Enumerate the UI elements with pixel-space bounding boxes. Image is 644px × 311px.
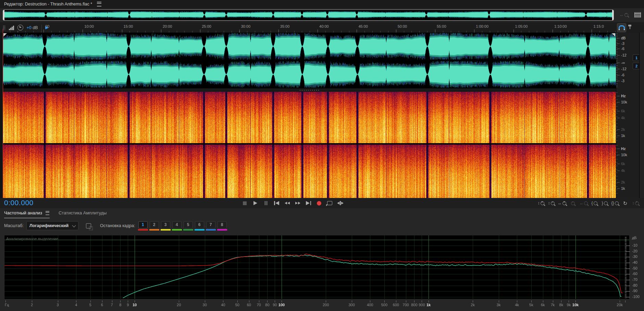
status-bar: 0:00.000 ↕ ↕ ↔ ↔ { } {} ↻ ↕ xyxy=(0,198,644,208)
ruler-time-label: 40:00 xyxy=(319,24,329,28)
zoom-out-full-icon[interactable]: ↔ xyxy=(619,11,629,18)
snap-toggle-button[interactable] xyxy=(617,23,626,32)
panel-menu-icon[interactable] xyxy=(46,211,49,215)
waveform-canvas[interactable] xyxy=(3,33,616,88)
overview-waveform-canvas[interactable] xyxy=(4,11,614,19)
fade-out-handle[interactable] xyxy=(612,33,615,37)
hz-scale-label: 6k xyxy=(621,162,625,166)
chevron-down-icon xyxy=(72,223,76,227)
skip-selection-button[interactable] xyxy=(335,199,345,207)
skip-to-start-button[interactable] xyxy=(272,199,282,207)
skip-to-end-button[interactable] xyxy=(304,199,313,207)
zoom-amplitude-button[interactable]: ↕ xyxy=(631,199,640,207)
ruler-time-label: 30:00 xyxy=(241,24,251,28)
record-button[interactable] xyxy=(314,199,324,207)
marker-tool-icon[interactable] xyxy=(628,25,631,29)
graph-db-unit: дБ xyxy=(632,236,637,240)
divider-grip-icon xyxy=(299,90,320,91)
zoom-to-in-point-button[interactable]: { xyxy=(590,199,599,207)
ruler-time-label: 55:00 xyxy=(437,24,446,28)
axis-tick xyxy=(128,300,128,302)
overview-navigator[interactable] xyxy=(3,10,614,21)
graph-db-tick-label: -80 xyxy=(632,283,637,287)
zoom-to-selection-button[interactable]: {} xyxy=(610,199,619,207)
play-button[interactable] xyxy=(250,199,260,207)
hold-button-6[interactable]: 6 xyxy=(195,221,204,228)
axis-frequency-label: 1k xyxy=(426,303,431,307)
axis-frequency-label: 500 xyxy=(381,303,387,307)
skip-start-icon xyxy=(275,201,279,205)
ruler-labels[interactable]: 0010:0015:0020:0025:0030:0035:0040:0045:… xyxy=(0,23,617,33)
db-scale-label: -6 xyxy=(621,73,624,77)
ruler-tick xyxy=(396,29,396,33)
timeline-ruler-row[interactable]: +0 dB 0010:0015:0020:0025:0030:0035:0040… xyxy=(0,23,644,33)
loop-playback-button[interactable] xyxy=(325,199,335,207)
spectrogram-canvas-channel2[interactable] xyxy=(3,145,616,198)
ruler-time-label: 15:00 xyxy=(124,24,133,28)
hold-button-3[interactable]: 3 xyxy=(161,221,170,228)
copy-graph-icon[interactable] xyxy=(86,223,91,228)
hz-scale-label: Hz xyxy=(621,94,626,98)
axis-tick xyxy=(120,300,121,302)
zoom-in-horizontal-button[interactable]: ↔ xyxy=(557,199,567,207)
hold-button-1[interactable]: 1 xyxy=(138,221,148,228)
ruler-time-label: 00 xyxy=(45,24,49,28)
audition-app: Редактор: Destruction - Thrash Anthems.f… xyxy=(0,0,644,311)
fast-forward-icon xyxy=(298,202,300,204)
playhead-line[interactable] xyxy=(3,33,3,198)
ruler-tick xyxy=(357,29,357,33)
graph-annotation: Анализированое выделение xyxy=(6,237,58,241)
overview-tools: ↔ xyxy=(619,11,641,18)
reset-zoom-button[interactable]: ↻ xyxy=(621,199,630,207)
vertical-scrollbar[interactable] xyxy=(639,33,644,198)
zoom-out-horizontal-button[interactable] xyxy=(568,199,577,207)
axis-tick xyxy=(237,300,238,302)
axis-tick xyxy=(422,300,422,302)
hold-button-wrap: 3 xyxy=(161,221,171,231)
waveform-spectrogram-divider[interactable] xyxy=(3,88,616,92)
fast-forward-button[interactable] xyxy=(293,199,303,207)
ruler-tick xyxy=(200,29,200,33)
zoom-out-full-button[interactable]: ↔ xyxy=(579,199,589,207)
hold-button-wrap: 5 xyxy=(183,221,193,231)
fade-in-handle[interactable] xyxy=(3,33,7,37)
ruler-playhead-mark[interactable] xyxy=(3,29,3,33)
zoom-out-vertical-button[interactable]: ↕ xyxy=(547,199,556,207)
axis-frequency-label: 10k xyxy=(572,303,579,307)
rewind-button[interactable] xyxy=(282,199,292,207)
axis-frequency-label: 800 xyxy=(411,303,417,307)
overview-menu-icon[interactable] xyxy=(634,12,641,17)
hold-button-8[interactable]: 8 xyxy=(218,221,227,228)
time-display[interactable]: 0:00.000 xyxy=(4,199,34,207)
hold-button-5[interactable]: 5 xyxy=(184,221,193,228)
ruler-tick xyxy=(122,29,122,33)
hold-button-4[interactable]: 4 xyxy=(172,221,182,228)
hz-scale-label: 10k xyxy=(621,100,627,104)
hold-button-2[interactable]: 2 xyxy=(150,221,159,228)
pause-button[interactable] xyxy=(261,199,271,207)
axis-tick xyxy=(414,300,414,302)
axis-frequency-label: 4 xyxy=(75,303,77,307)
pause-icon xyxy=(266,201,268,205)
axis-tick xyxy=(561,300,561,302)
scale-dropdown[interactable]: Логарифмический xyxy=(26,221,78,230)
hold-button-wrap: 2 xyxy=(149,221,159,231)
tab-frequency-analysis[interactable]: Частотный анализ xyxy=(4,210,50,218)
ruler-time-label: 25:00 xyxy=(202,24,211,28)
tab-amplitude-statistics[interactable]: Статистика Амплитуды xyxy=(59,210,107,218)
axis-frequency-label: 20k xyxy=(617,303,623,307)
zoom-in-vertical-button[interactable]: ↕ xyxy=(536,199,545,207)
zoom-to-out-point-button[interactable]: } xyxy=(600,199,609,207)
hold-color-bar xyxy=(172,229,182,231)
axis-frequency-label: 400 xyxy=(367,303,373,307)
ruler-time-label: 35:00 xyxy=(280,24,290,28)
db-scale-ticks xyxy=(616,33,618,87)
panel-menu-icon[interactable] xyxy=(97,2,101,7)
transport-controls xyxy=(240,199,345,207)
axis-frequency-label: 10 xyxy=(133,303,137,307)
spectrogram-canvas-channel1[interactable] xyxy=(3,92,616,143)
axis-tick xyxy=(396,300,396,302)
skip-end-icon xyxy=(306,201,310,205)
hold-button-7[interactable]: 7 xyxy=(206,221,215,228)
stop-button[interactable] xyxy=(240,199,250,207)
